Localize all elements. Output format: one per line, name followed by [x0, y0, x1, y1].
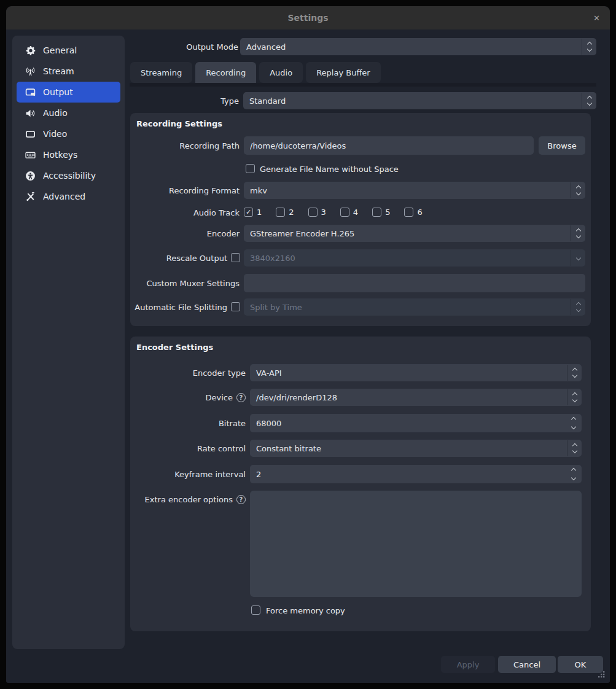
- output-icon: [25, 87, 36, 98]
- resize-grip[interactable]: [597, 669, 606, 678]
- sidebar-item-accessibility[interactable]: Accessibility: [17, 165, 120, 186]
- sidebar-item-stream[interactable]: Stream: [17, 61, 120, 82]
- rescale-resolution-value: 3840x2160: [250, 254, 295, 263]
- sidebar-item-label: Audio: [43, 108, 68, 118]
- recording-path-input[interactable]: [244, 136, 534, 155]
- settings-sidebar: GeneralStreamOutputAudioVideoHotkeysAcce…: [12, 36, 125, 649]
- tools-icon: [25, 192, 36, 202]
- rescale-output-label: Rescale Output: [130, 249, 227, 267]
- sidebar-item-video[interactable]: Video: [17, 123, 120, 144]
- audio-track-label-text: Audio Track: [193, 208, 240, 217]
- encoder-type-label: Encoder type: [130, 364, 246, 381]
- chevron-down-icon[interactable]: [571, 475, 576, 480]
- help-icon[interactable]: ?: [236, 393, 246, 402]
- settings-window: Settings ✕ GeneralStreamOutputAudioVideo…: [6, 6, 610, 683]
- audio-track-6-checkbox[interactable]: [404, 208, 413, 217]
- audio-track-3: 3: [308, 208, 326, 217]
- sidebar-item-label: Video: [43, 129, 67, 139]
- chevron-up-down-icon: [567, 389, 582, 406]
- encoder-type-value: VA-API: [256, 368, 282, 378]
- recording-format-value: mkv: [250, 186, 267, 195]
- sidebar-item-label: General: [43, 45, 77, 55]
- apply-button-label: Apply: [457, 660, 480, 669]
- keyframe-interval-spinner[interactable]: 2: [250, 465, 582, 483]
- recording-path-label: Recording Path: [130, 136, 240, 155]
- cancel-button[interactable]: Cancel: [498, 656, 556, 673]
- encoder-type-label-text: Encoder type: [193, 368, 246, 378]
- recording-format-select[interactable]: mkv: [244, 182, 585, 199]
- titlebar[interactable]: Settings ✕: [6, 6, 610, 29]
- encoder-type-select[interactable]: VA-API: [250, 364, 582, 381]
- output-mode-select[interactable]: Advanced: [240, 38, 596, 55]
- apply-button[interactable]: Apply: [441, 656, 495, 673]
- chevron-up-icon[interactable]: [571, 417, 576, 422]
- type-label-text: Type: [220, 96, 239, 106]
- custom-muxer-input[interactable]: [244, 274, 585, 292]
- rate-control-select[interactable]: Constant bitrate: [250, 440, 582, 457]
- device-select[interactable]: /dev/dri/renderD128: [250, 389, 582, 406]
- output-mode-value: Advanced: [246, 42, 286, 52]
- tab-replay-buffer[interactable]: Replay Buffer: [306, 62, 381, 83]
- audio-track-6: 6: [404, 208, 422, 217]
- tab-audio[interactable]: Audio: [259, 62, 303, 83]
- sidebar-item-label: Advanced: [43, 192, 85, 201]
- window-title: Settings: [287, 13, 328, 23]
- keyframe-interval-label: Keyframe interval: [130, 465, 246, 483]
- audio-track-6-label[interactable]: 6: [417, 208, 422, 217]
- bitrate-spinner[interactable]: 68000: [250, 414, 582, 432]
- auto-split-label-text: Automatic File Splitting: [135, 303, 227, 312]
- sidebar-item-advanced[interactable]: Advanced: [17, 186, 120, 207]
- bitrate-label-text: Bitrate: [219, 419, 246, 428]
- audio-track-label: Audio Track: [130, 208, 240, 218]
- chevron-up-down-icon: [582, 38, 596, 55]
- type-select[interactable]: Standard: [243, 92, 596, 109]
- rescale-output-label-text: Rescale Output: [166, 254, 227, 263]
- extra-encoder-options-label: Extra encoder options ?: [130, 494, 246, 505]
- sidebar-item-hotkeys[interactable]: Hotkeys: [17, 144, 120, 165]
- audio-track-5-checkbox[interactable]: [372, 208, 381, 217]
- encoder-select[interactable]: GStreamer Encoder H.265: [244, 225, 585, 242]
- cancel-button-label: Cancel: [513, 660, 540, 669]
- device-value: /dev/dri/renderD128: [256, 393, 337, 402]
- force-memory-copy-label[interactable]: Force memory copy: [266, 606, 345, 615]
- audio-track-2-label[interactable]: 2: [289, 208, 294, 217]
- chevron-down-icon[interactable]: [571, 424, 576, 429]
- chevron-up-down-icon: [582, 92, 596, 109]
- ok-button[interactable]: OK: [558, 656, 603, 673]
- auto-split-select[interactable]: Split by Time: [244, 298, 585, 316]
- auto-split-checkbox[interactable]: [231, 302, 240, 311]
- output-tabs: StreamingRecordingAudioReplay Buffer: [130, 62, 381, 84]
- ok-button-label: OK: [575, 660, 587, 669]
- audio-track-4-label[interactable]: 4: [353, 208, 358, 217]
- rescale-output-checkbox[interactable]: [231, 253, 240, 262]
- close-icon[interactable]: ✕: [593, 6, 600, 29]
- chevron-up-down-icon: [571, 298, 585, 316]
- rescale-resolution-select[interactable]: 3840x2160: [244, 249, 585, 267]
- force-memory-copy-checkbox[interactable]: [251, 605, 260, 615]
- tab-streaming[interactable]: Streaming: [130, 62, 192, 83]
- audio-track-3-label[interactable]: 3: [321, 208, 326, 217]
- bitrate-value: 68000: [256, 419, 281, 428]
- auto-split-label: Automatic File Splitting: [130, 298, 227, 316]
- keyframe-interval-value: 2: [256, 470, 261, 479]
- recording-format-label-text: Recording Format: [169, 186, 240, 195]
- audio-track-4-checkbox[interactable]: [340, 208, 349, 217]
- audio-track-5: 5: [372, 208, 390, 217]
- custom-muxer-label-text: Custom Muxer Settings: [147, 279, 240, 288]
- browse-button-label: Browse: [547, 141, 576, 150]
- audio-track-5-label[interactable]: 5: [385, 208, 390, 217]
- recording-format-label: Recording Format: [130, 182, 240, 199]
- recording-path-label-text: Recording Path: [179, 141, 240, 150]
- extra-encoder-options-textarea[interactable]: [250, 491, 582, 597]
- generate-no-space-label[interactable]: Generate File Name without Space: [260, 165, 399, 174]
- browse-button[interactable]: Browse: [539, 136, 585, 155]
- generate-no-space-checkbox[interactable]: [246, 164, 255, 173]
- audio-track-1-label[interactable]: 1: [257, 208, 262, 217]
- tab-recording[interactable]: Recording: [195, 62, 256, 84]
- chevron-up-icon[interactable]: [571, 468, 576, 473]
- audio-track-1-checkbox[interactable]: [244, 208, 253, 217]
- audio-track-3-checkbox[interactable]: [308, 208, 318, 217]
- help-icon[interactable]: ?: [236, 495, 246, 504]
- device-label: Device ?: [130, 389, 246, 406]
- audio-track-2-checkbox[interactable]: [276, 208, 285, 217]
